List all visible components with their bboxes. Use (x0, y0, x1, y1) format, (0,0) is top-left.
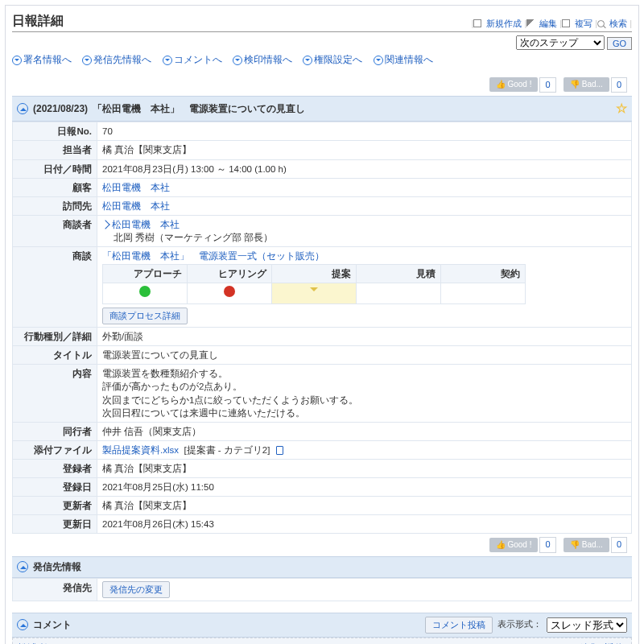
chevron-down-icon (374, 56, 383, 65)
attachment-link[interactable]: 製品提案資料.xlsx (102, 445, 179, 455)
customer-link[interactable]: 松田電機 本社 (102, 183, 170, 192)
stage-hearing (188, 283, 272, 304)
comment-format-select[interactable]: スレッド形式 (547, 617, 627, 633)
edit-icon (526, 19, 535, 27)
nav-related[interactable]: 関連情報へ (374, 53, 433, 67)
chevron-down-icon (12, 56, 22, 65)
search-icon (597, 20, 605, 27)
chevron-down-icon (163, 56, 172, 65)
bad-button-2[interactable]: 👎 Bad... (564, 538, 609, 552)
stage-approach (103, 283, 188, 304)
nav-comment[interactable]: コメントへ (163, 53, 222, 67)
good-button-2[interactable]: 👍 Good ! (489, 538, 539, 552)
dot-red-icon (224, 286, 235, 297)
search-link[interactable]: 検索 (609, 19, 627, 28)
nav-distribution[interactable]: 発信先情報へ (82, 53, 151, 67)
comment-header: コメント コメント投稿 表示形式： スレッド形式 (12, 613, 632, 638)
comment-author: 松浦 勉 2021/08/25 15:10 (18, 642, 127, 644)
process-table: アプローチ ヒアリング 提案 見積 契約 (102, 264, 526, 304)
good-count: 0 (539, 77, 555, 93)
registered-by: 橘 真治【関東支店】 (97, 459, 632, 477)
process-detail-button[interactable]: 商談プロセス詳細 (102, 308, 188, 324)
new-icon (473, 19, 481, 27)
change-distribution-button[interactable]: 発信先の変更 (102, 581, 170, 598)
nav-permission[interactable]: 権限設定へ (303, 53, 362, 67)
stage-quote (357, 283, 441, 304)
companion: 仲井 信吾（関東支店） (97, 422, 632, 440)
star-icon[interactable]: ☆ (616, 100, 627, 118)
detail-title: 「松田電機 本社」 電源装置についての見直し (93, 102, 305, 116)
go-button[interactable]: GO (607, 37, 632, 50)
updated-at: 2021年08月26日(木) 15:43 (97, 515, 632, 534)
bad-count: 0 (611, 77, 627, 93)
nav-stamp[interactable]: 検印情報へ (233, 53, 292, 67)
visit-link[interactable]: 松田電機 本社 (102, 201, 170, 211)
edit-link[interactable]: 編集 (539, 19, 557, 28)
document-icon[interactable] (276, 446, 283, 455)
attachment-category: [提案書 - カテゴリ2] (184, 445, 270, 455)
stage-proposal (272, 283, 357, 304)
deal-party-link[interactable]: 松田電機 本社 (112, 220, 180, 229)
deal-link[interactable]: 「松田電機 本社」 電源装置一式（セット販売） (102, 251, 324, 261)
chevron-down-icon (303, 56, 312, 65)
good-button[interactable]: 👍 Good ! (489, 77, 539, 92)
report-title: 電源装置についての見直し (97, 346, 632, 365)
report-body: 電源装置を数種類紹介する。 評価が高かったものが2点あり。 次回までにどちらか1… (97, 365, 632, 422)
stage-contract (441, 283, 526, 304)
new-link[interactable]: 新規作成 (486, 19, 522, 28)
chevron-down-icon (82, 56, 92, 65)
dot-green-icon (139, 286, 151, 297)
copy-icon (562, 19, 570, 27)
updated-by: 橘 真治【関東支店】 (97, 497, 632, 515)
owner: 橘 真治【関東支店】 (97, 141, 632, 159)
local-nav: 署名情報へ 発信先情報へ コメントへ 検印情報へ 権限設定へ 関連情報へ (12, 53, 632, 68)
contact-name: 北岡 秀樹（マーケティング部 部長） (114, 233, 273, 242)
action-kind: 外勤/面談 (97, 328, 632, 346)
report-no: 70 (97, 122, 632, 141)
copy-link[interactable]: 複写 (575, 19, 592, 28)
distribution-header: 発信先情報 (12, 556, 632, 578)
chevron-down-icon (233, 56, 242, 65)
collapse-icon[interactable] (17, 619, 28, 630)
collapse-icon[interactable] (17, 561, 28, 572)
detail-header: (2021/08/23) 「松田電機 本社」 電源装置についての見直し ☆ (12, 96, 632, 122)
detail-table: 日報No.70 担当者橘 真治【関東支店】 日付／時間2021年08月23日(月… (12, 122, 632, 534)
top-actions: |新規作成 |編集 |複写 |検索 | (471, 18, 632, 30)
collapse-icon[interactable] (17, 103, 28, 114)
expand-icon[interactable] (101, 220, 109, 229)
registered-at: 2021年08月25日(水) 11:50 (97, 478, 632, 497)
page-title: 日報詳細 (12, 12, 64, 30)
nav-signature[interactable]: 署名情報へ (12, 53, 72, 67)
arrow-down-icon (310, 287, 318, 295)
detail-date: (2021/08/23) (33, 102, 88, 116)
bad-button[interactable]: 👎 Bad... (564, 77, 609, 92)
next-step-select[interactable]: 次のステップ (516, 35, 605, 50)
post-comment-button[interactable]: コメント投稿 (425, 617, 493, 634)
comment-format-label: 表示形式： (497, 618, 542, 630)
datetime: 2021年08月23日(月) 13:00 ～ 14:00 (1.00 h) (97, 159, 632, 178)
